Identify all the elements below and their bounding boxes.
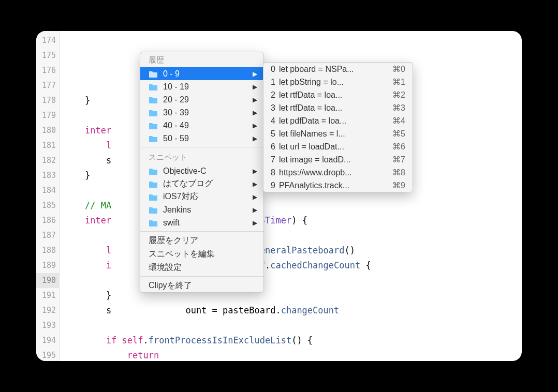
code-line [60, 318, 522, 333]
code-line: if self.frontProcessIsInExcludeList() { [60, 333, 522, 348]
folder-icon [149, 219, 158, 227]
code-line [60, 33, 522, 48]
line-number: 188 [36, 243, 59, 258]
entry-index: 7 [271, 155, 279, 164]
entry-index: 8 [271, 168, 279, 177]
snippet-folder-item[interactable]: iOS7対応▶ [140, 190, 263, 203]
menu-item-label: 20 - 29 [163, 95, 248, 104]
menu-item-label: 10 - 19 [163, 82, 248, 92]
line-number: 184 [36, 183, 59, 198]
history-range-item[interactable]: 50 - 59▶ [140, 132, 263, 145]
line-number: 182 [36, 153, 59, 168]
entry-index: 6 [271, 142, 279, 152]
folder-icon [149, 206, 158, 214]
clipboard-entry[interactable]: 0let pboard = NSPa...⌘0 [263, 63, 413, 76]
line-number: 192 [36, 303, 59, 318]
code-line [60, 273, 522, 288]
line-number: 176 [36, 63, 59, 78]
line-number: 185 [36, 198, 59, 213]
menu-quit[interactable]: Clipyを終了 [140, 279, 263, 292]
menu-separator [140, 147, 263, 147]
menu-item-label: 40 - 49 [163, 121, 248, 130]
code-line: inter ips(sender: NSTimer) { [60, 213, 522, 228]
entry-index: 5 [271, 129, 279, 139]
folder-icon [149, 168, 158, 175]
code-line: l ISPasteboard.generalPasteboard() [60, 243, 522, 258]
history-range-item[interactable]: 20 - 29▶ [140, 93, 263, 106]
keyboard-shortcut: ⌘5 [392, 129, 405, 139]
chevron-right-icon: ▶ [253, 83, 257, 91]
keyboard-shortcut: ⌘7 [392, 155, 405, 164]
chevron-right-icon: ▶ [253, 135, 257, 142]
history-range-item[interactable]: 0 - 9▶ [140, 67, 263, 80]
clipboard-entry[interactable]: 3let rtfData = loa...⌘3 [263, 101, 413, 114]
chevron-right-icon: ▶ [253, 180, 257, 188]
folder-icon [149, 193, 158, 201]
clipboard-entry[interactable]: 8https://www.dropb...⌘8 [263, 166, 413, 179]
menu-item-label: 30 - 39 [163, 108, 248, 117]
history-range-item[interactable]: 30 - 39▶ [140, 106, 263, 119]
line-number: 193 [36, 318, 59, 333]
entry-text: let fileNames = l... [279, 129, 385, 139]
chevron-right-icon: ▶ [253, 122, 257, 129]
history-range-item[interactable]: 10 - 19▶ [140, 80, 263, 93]
clipy-menu[interactable]: 履歴 0 - 9▶10 - 19▶20 - 29▶30 - 39▶40 - 49… [140, 52, 264, 293]
snippet-folder-item[interactable]: はてなブログ▶ [140, 177, 263, 190]
entry-index: 3 [271, 103, 279, 113]
entry-text: let rtfData = loa... [279, 91, 385, 100]
keyboard-shortcut: ⌘4 [392, 116, 405, 126]
chevron-right-icon: ▶ [253, 206, 257, 214]
clipboard-entry[interactable]: 5let fileNames = l...⌘5 [263, 127, 413, 140]
menu-action[interactable]: 環境設定 [140, 261, 263, 274]
menu-section-snippets: スニペット [140, 149, 263, 164]
code-line: s ount = pasteBoard.changeCount [60, 303, 522, 318]
snippet-folder-item[interactable]: Jenkins▶ [140, 203, 263, 216]
menu-actions: 履歴をクリアスニペットを編集環境設定 [140, 234, 263, 274]
snippet-items: Objective-C▶はてなブログ▶iOS7対応▶Jenkins▶swift▶ [140, 164, 263, 229]
line-number: 189 [36, 258, 59, 273]
line-number: 194 [36, 333, 59, 348]
line-number: 174 [36, 33, 59, 48]
keyboard-shortcut: ⌘8 [392, 168, 405, 177]
menu-section-history: 履歴 [140, 52, 263, 67]
folder-icon [149, 109, 158, 116]
folder-icon [149, 96, 158, 103]
chevron-right-icon: ▶ [253, 168, 257, 175]
line-number: 183 [36, 168, 59, 183]
folder-icon [149, 122, 158, 129]
line-number: 187 [36, 228, 59, 243]
entry-text: let url = loadDat... [279, 142, 385, 152]
line-number: 195 [36, 348, 59, 361]
menu-separator [140, 276, 263, 277]
clipboard-entry[interactable]: 2let rtfData = loa...⌘2 [263, 88, 413, 101]
menu-item-label: iOS7対応 [163, 191, 248, 202]
snippet-folder-item[interactable]: Objective-C▶ [140, 164, 263, 177]
clipboard-entry[interactable]: 6let url = loadDat...⌘6 [263, 140, 413, 153]
chevron-right-icon: ▶ [253, 193, 257, 201]
menu-action[interactable]: 履歴をクリア [140, 234, 263, 247]
clipboard-entry[interactable]: 1let pbString = lo...⌘1 [263, 76, 413, 88]
snippet-folder-item[interactable]: swift▶ [140, 216, 263, 229]
clipboard-entry[interactable]: 9PFAnalytics.track...⌘9 [263, 179, 413, 192]
code-line [60, 48, 522, 63]
menu-action[interactable]: スニペットを編集 [140, 247, 263, 261]
menu-item-label: 0 - 9 [163, 69, 248, 79]
code-line: return [60, 348, 522, 361]
clipy-submenu[interactable]: 0let pboard = NSPa...⌘01let pbString = l… [263, 62, 413, 192]
clipboard-entry[interactable]: 7let image = loadD...⌘7 [263, 153, 413, 166]
clipboard-entry[interactable]: 4let pdfData = loa...⌘4 [263, 114, 413, 127]
line-number: 175 [36, 48, 59, 63]
folder-icon [149, 180, 158, 188]
entry-text: PFAnalytics.track... [279, 181, 385, 190]
chevron-right-icon: ▶ [253, 109, 257, 116]
editor-screenshot: 1741751761771781791801811821831841851861… [36, 31, 522, 361]
history-range-item[interactable]: 40 - 49▶ [140, 119, 263, 132]
keyboard-shortcut: ⌘1 [392, 77, 405, 87]
menu-item-label: 環境設定 [149, 262, 255, 273]
code-line [60, 228, 522, 243]
menu-item-label: スニペットを編集 [149, 249, 255, 259]
line-number: 178 [36, 93, 59, 108]
keyboard-shortcut: ⌘2 [392, 90, 405, 100]
entry-index: 4 [271, 116, 279, 126]
line-number-gutter: 1741751761771781791801811821831841851861… [36, 31, 60, 361]
